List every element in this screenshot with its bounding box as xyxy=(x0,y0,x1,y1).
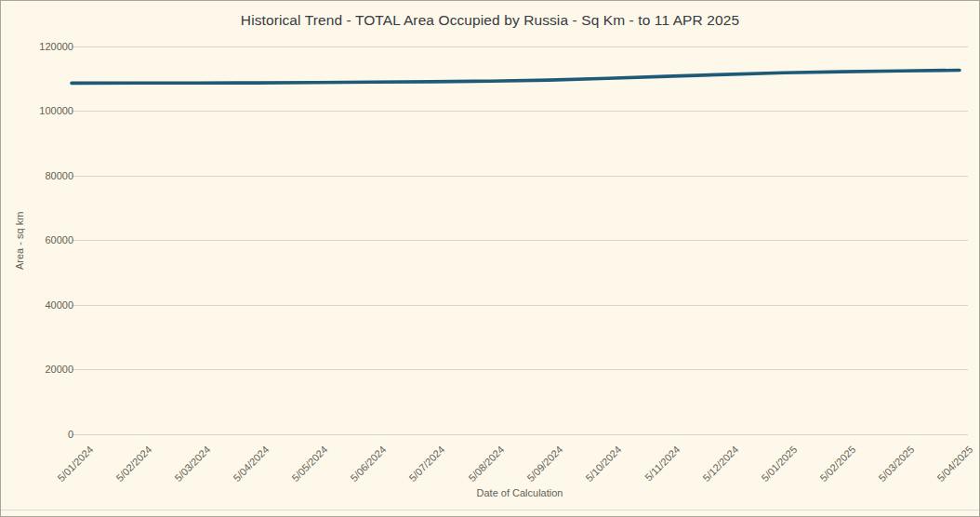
y-tick-label: 20000 xyxy=(45,364,73,375)
x-tick-label: 5/03/2024 xyxy=(173,444,213,484)
visual-boundary-line xyxy=(1,510,979,510)
x-tick-label: 5/04/2025 xyxy=(934,444,974,484)
chart-title: Historical Trend - TOTAL Area Occupied b… xyxy=(1,12,979,29)
gridline xyxy=(72,240,968,241)
x-axis-title: Date of Calculation xyxy=(72,487,968,498)
y-tick-label: 0 xyxy=(68,429,73,440)
x-tick-label: 5/02/2024 xyxy=(113,444,153,484)
x-tick-label: 5/06/2024 xyxy=(349,444,389,484)
x-tick-label: 5/07/2024 xyxy=(407,444,447,484)
gridline xyxy=(72,369,968,370)
gridline xyxy=(72,46,968,47)
x-tick-label: 5/11/2024 xyxy=(642,444,682,484)
y-tick-label: 100000 xyxy=(39,105,73,116)
gridline xyxy=(72,176,968,177)
y-tick-label: 60000 xyxy=(45,234,73,245)
x-tick-label: 5/04/2024 xyxy=(232,444,271,484)
x-tick-label: 5/02/2025 xyxy=(817,444,857,484)
x-tick-label: 5/10/2024 xyxy=(583,444,623,484)
line-chart: Historical Trend - TOTAL Area Occupied b… xyxy=(0,0,980,517)
x-tick-label: 5/05/2024 xyxy=(290,444,330,484)
x-tick-label: 5/09/2024 xyxy=(524,444,564,484)
x-tick-label: 5/01/2024 xyxy=(55,444,95,484)
gridline xyxy=(72,434,968,435)
x-tick-label: 5/01/2025 xyxy=(759,444,799,484)
trend-line[interactable] xyxy=(72,71,960,84)
x-tick-label: 5/03/2025 xyxy=(876,444,916,484)
x-tick-label: 5/12/2024 xyxy=(700,444,740,484)
gridline xyxy=(72,305,968,306)
y-tick-label: 40000 xyxy=(45,299,73,311)
y-axis-title: Area - sq km xyxy=(14,46,25,434)
y-tick-label: 120000 xyxy=(39,41,73,52)
y-tick-label: 80000 xyxy=(45,170,73,181)
gridline xyxy=(72,111,968,112)
x-tick-label: 5/08/2024 xyxy=(466,444,506,484)
plot-area xyxy=(72,46,968,434)
